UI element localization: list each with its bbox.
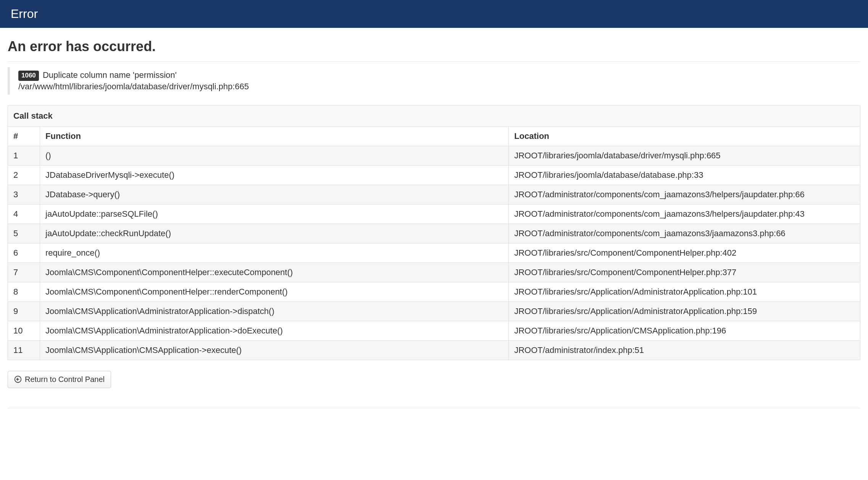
divider: [8, 61, 860, 62]
row-num: 9: [8, 301, 40, 321]
table-header-row: # Function Location: [8, 126, 860, 146]
circle-arrow-left-icon: [14, 375, 22, 383]
row-function: (): [40, 146, 509, 165]
error-alert: 1060 Duplicate column name 'permission' …: [8, 67, 860, 95]
row-function: Joomla\CMS\Application\CMSApplication->e…: [40, 340, 509, 360]
col-header-location: Location: [509, 126, 860, 146]
row-function: jaAutoUpdate::checkRunUpdate(): [40, 224, 509, 243]
row-function: Joomla\CMS\Application\AdministratorAppl…: [40, 321, 509, 340]
table-row: 7Joomla\CMS\Component\ComponentHelper::e…: [8, 263, 860, 282]
error-message: Duplicate column name 'permission': [43, 70, 177, 80]
row-location: JROOT/administrator/components/com_jaama…: [509, 224, 860, 243]
table-row: 8Joomla\CMS\Component\ComponentHelper::r…: [8, 282, 860, 301]
error-path: /var/www/html/libraries/joomla/database/…: [18, 81, 860, 92]
table-row: 5jaAutoUpdate::checkRunUpdate()JROOT/adm…: [8, 224, 860, 243]
row-location: JROOT/libraries/joomla/database/driver/m…: [509, 146, 860, 165]
col-header-function: Function: [40, 126, 509, 146]
row-num: 5: [8, 224, 40, 243]
row-num: 11: [8, 340, 40, 360]
row-function: require_once(): [40, 243, 509, 263]
row-function: jaAutoUpdate::parseSQLFile(): [40, 204, 509, 224]
row-location: JROOT/administrator/index.php:51: [509, 340, 860, 360]
table-row: 11Joomla\CMS\Application\CMSApplication-…: [8, 340, 860, 360]
row-function: JDatabaseDriverMysqli->execute(): [40, 165, 509, 185]
error-message-line: 1060 Duplicate column name 'permission': [18, 69, 860, 81]
footer-divider: [8, 408, 860, 408]
header-bar: Error: [0, 0, 868, 28]
row-location: JROOT/libraries/src/Component/ComponentH…: [509, 243, 860, 263]
table-row: 2JDatabaseDriverMysqli->execute()JROOT/l…: [8, 165, 860, 185]
callstack-table: # Function Location 1()JROOT/libraries/j…: [8, 126, 860, 360]
row-function: Joomla\CMS\Application\AdministratorAppl…: [40, 301, 509, 321]
row-location: JROOT/libraries/src/Component/ComponentH…: [509, 263, 860, 282]
return-button-label: Return to Control Panel: [25, 375, 105, 384]
row-num: 1: [8, 146, 40, 165]
row-location: JROOT/administrator/components/com_jaama…: [509, 185, 860, 204]
row-num: 8: [8, 282, 40, 301]
table-row: 4jaAutoUpdate::parseSQLFile()JROOT/admin…: [8, 204, 860, 224]
error-code-badge: 1060: [18, 71, 39, 81]
row-location: JROOT/libraries/joomla/database/database…: [509, 165, 860, 185]
return-to-control-panel-button[interactable]: Return to Control Panel: [8, 371, 111, 388]
row-function: Joomla\CMS\Component\ComponentHelper::ex…: [40, 263, 509, 282]
table-row: 6require_once()JROOT/libraries/src/Compo…: [8, 243, 860, 263]
page-title: Error: [11, 7, 857, 21]
col-header-num: #: [8, 126, 40, 146]
row-location: JROOT/administrator/components/com_jaama…: [509, 204, 860, 224]
row-function: Joomla\CMS\Component\ComponentHelper::re…: [40, 282, 509, 301]
table-row: 3JDatabase->query()JROOT/administrator/c…: [8, 185, 860, 204]
row-location: JROOT/libraries/src/Application/Administ…: [509, 282, 860, 301]
row-num: 3: [8, 185, 40, 204]
row-location: JROOT/libraries/src/Application/CMSAppli…: [509, 321, 860, 340]
main-content: An error has occurred. 1060 Duplicate co…: [0, 28, 868, 396]
table-row: 10Joomla\CMS\Application\AdministratorAp…: [8, 321, 860, 340]
row-num: 10: [8, 321, 40, 340]
callstack-caption: Call stack: [8, 105, 860, 126]
row-num: 2: [8, 165, 40, 185]
table-row: 1()JROOT/libraries/joomla/database/drive…: [8, 146, 860, 165]
row-num: 7: [8, 263, 40, 282]
table-row: 9Joomla\CMS\Application\AdministratorApp…: [8, 301, 860, 321]
row-num: 6: [8, 243, 40, 263]
row-location: JROOT/libraries/src/Application/Administ…: [509, 301, 860, 321]
row-function: JDatabase->query(): [40, 185, 509, 204]
row-num: 4: [8, 204, 40, 224]
error-heading: An error has occurred.: [8, 39, 860, 55]
